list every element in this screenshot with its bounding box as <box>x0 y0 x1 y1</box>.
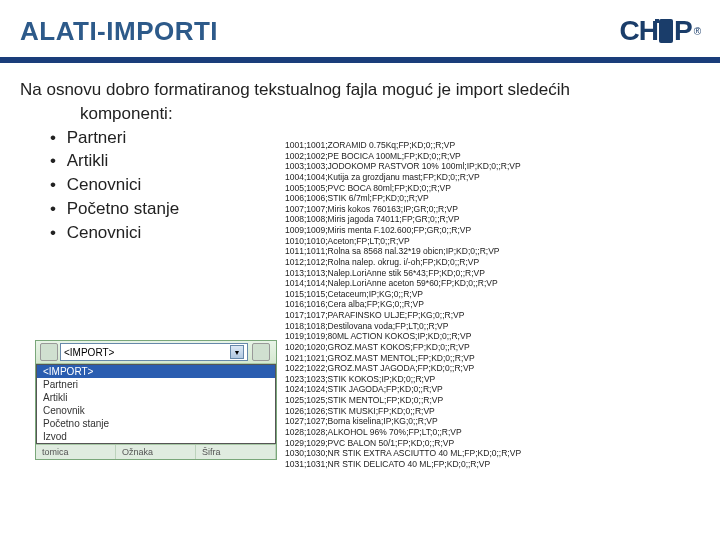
intro-line2: komponenti: <box>80 102 700 126</box>
toolbar-icon[interactable] <box>252 343 270 361</box>
page-title: ALATI-IMPORTI <box>20 16 218 47</box>
dropdown-footer: tomica Ožnaka Šifra <box>36 444 276 459</box>
select-value: <IMPORT> <box>64 347 114 358</box>
intro-text: Na osnovu dobro formatiranog tekstualnog… <box>20 78 700 126</box>
logo-suffix: P <box>674 15 692 47</box>
dropdown-option[interactable]: Izvod <box>37 430 275 443</box>
dropdown-options: <IMPORT> Partneri Artikli Cenovnik Počet… <box>36 364 276 444</box>
logo-prefix: CH <box>619 15 657 47</box>
logo-registered: ® <box>694 26 700 37</box>
dropdown-option[interactable]: Početno stanje <box>37 417 275 430</box>
dropdown-option[interactable]: <IMPORT> <box>37 365 275 378</box>
toolbar-icon[interactable] <box>40 343 58 361</box>
dropdown-option[interactable]: Cenovnik <box>37 404 275 417</box>
dropdown-option[interactable]: Partneri <box>37 378 275 391</box>
chevron-down-icon[interactable]: ▼ <box>230 345 244 359</box>
footer-cell: Ožnaka <box>116 445 196 459</box>
import-file-preview: 1001;1001;ZORAMID 0.75Kq;FP;KD;0;;R;VP 1… <box>285 140 700 469</box>
intro-line1: Na osnovu dobro formatiranog tekstualnog… <box>20 80 570 99</box>
import-type-select[interactable]: <IMPORT> ▼ <box>60 343 248 361</box>
header-divider <box>0 57 720 63</box>
chip-icon <box>659 19 673 43</box>
dropdown-option[interactable]: Artikli <box>37 391 275 404</box>
logo: CH P ® <box>619 15 700 47</box>
footer-cell: Šifra <box>196 445 276 459</box>
import-dropdown-screenshot: <IMPORT> ▼ <IMPORT> Partneri Artikli Cen… <box>35 340 277 460</box>
footer-cell: tomica <box>36 445 116 459</box>
dropdown-toolbar: <IMPORT> ▼ <box>36 341 276 364</box>
